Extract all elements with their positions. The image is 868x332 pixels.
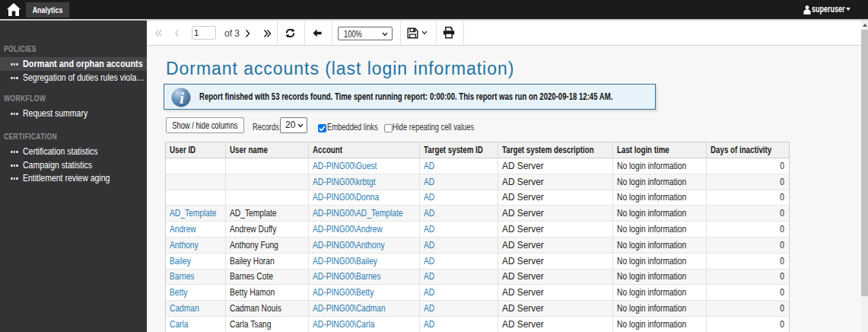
svg-text:i: i xyxy=(180,90,184,107)
